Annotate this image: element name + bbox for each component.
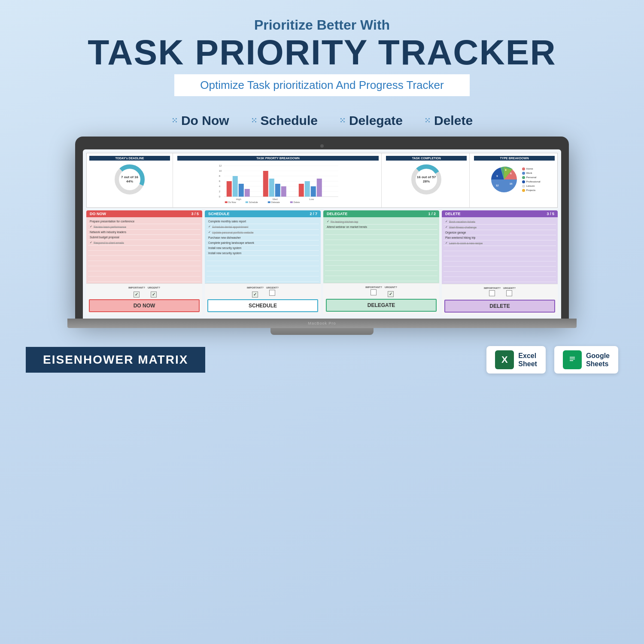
task-item-empty [207, 266, 319, 271]
task-item: Install new security system [207, 246, 319, 251]
delete-button[interactable]: DELETE [444, 300, 555, 313]
svg-text:Low: Low [309, 198, 314, 200]
do-now-button[interactable]: DO NOW [89, 299, 200, 312]
task-item: ✓Respond to client emails [88, 240, 200, 246]
task-item-empty [325, 266, 437, 271]
do-now-important-group: IMPORTANT? ✓ [128, 286, 145, 298]
google-sheets-label: GoogleSheets [586, 352, 610, 368]
task-item-empty [444, 261, 556, 267]
google-sheets-badge: GoogleSheets [554, 346, 618, 374]
header-title: TASK PRIORITY TRACKER [26, 35, 618, 70]
svg-text:2: 2 [219, 190, 221, 193]
delegate-button[interactable]: DELEGATE [326, 299, 437, 312]
svg-rect-37 [268, 201, 270, 203]
task-item-empty [444, 267, 556, 272]
task-item: ✓Schedule dental appointment [207, 224, 319, 230]
svg-text:Schedule: Schedule [249, 201, 258, 203]
delete-footer: IMPORTANT? URGENT? DELETE [442, 284, 558, 315]
delete-urgent-checkbox[interactable] [506, 290, 512, 296]
svg-rect-27 [305, 181, 310, 197]
svg-text:7 out of 16: 7 out of 16 [121, 175, 139, 179]
svg-rect-33 [225, 201, 228, 203]
svg-rect-26 [299, 184, 304, 197]
task-item: Install new security system [207, 251, 319, 256]
schedule-button[interactable]: SCHEDULE [207, 299, 318, 312]
svg-text:Do Now: Do Now [228, 201, 236, 203]
svg-text:12: 12 [219, 164, 222, 167]
sheets-svg [566, 354, 578, 366]
delete-urgent-group: URGENT? [503, 287, 516, 298]
do-now-urgent-checkbox[interactable]: ✓ [151, 292, 157, 298]
task-item-empty [325, 250, 437, 255]
completion-panel: TASK COMPLETION 16 out of 57 28% [383, 153, 470, 207]
legend-professional: Professional [522, 180, 541, 183]
do-now-important-checkbox[interactable]: ✓ [134, 292, 140, 298]
do-now-task-list: Prepare presentation for conference ✓Rev… [86, 217, 202, 283]
delegate-important-checkbox[interactable] [371, 289, 377, 295]
svg-rect-50 [568, 355, 577, 365]
legend-home: Home [522, 167, 541, 170]
svg-rect-20 [239, 184, 244, 197]
task-item-empty [88, 266, 200, 271]
schedule-urgent-checkbox[interactable] [269, 290, 275, 296]
svg-rect-35 [246, 201, 248, 203]
laptop-stand [270, 328, 374, 335]
task-item-empty [207, 276, 319, 282]
header-tagline: Optimize Task prioritization And Progres… [174, 74, 469, 96]
feature-dot-1: ⁙ [171, 116, 178, 125]
svg-rect-25 [281, 186, 286, 197]
schedule-header: SCHEDULE 2 / 7 [205, 210, 321, 217]
feature-delete: ⁙ Delete [424, 113, 473, 128]
matrix-label: EISENHOWER MATRIX [26, 347, 205, 373]
delete-task-list: ✓Book vacation tickets ✓Start fitness ch… [442, 217, 558, 284]
svg-text:6: 6 [219, 180, 221, 182]
svg-text:12: 12 [495, 184, 498, 187]
laptop-outer: TODAY's DEADLINE 7 out of 16 44% [75, 137, 569, 319]
legend-leisure: Leisure [522, 185, 541, 188]
do-now-footer: IMPORTANT? ✓ URGENT? ✓ DO NOW [86, 283, 202, 315]
svg-rect-53 [570, 360, 573, 361]
task-item-empty [325, 276, 437, 281]
delegate-urgent-group: URGENT? ✓ [385, 286, 397, 297]
delete-important-checkbox[interactable] [489, 290, 495, 296]
feature-do-now: ⁙ Do Now [171, 113, 229, 128]
task-item-empty [325, 271, 437, 276]
legend-projects: Projects [522, 189, 541, 192]
header-subtitle: Prioritize Better With [26, 17, 618, 33]
task-item: ✓Fix leaking kitchen tap [325, 219, 437, 225]
page-footer: EISENHOWER MATRIX X ExcelSheet GoogleShe… [0, 339, 644, 380]
dashboard: TODAY's DEADLINE 7 out of 16 44% [83, 149, 561, 319]
laptop-screen: TODAY's DEADLINE 7 out of 16 44% [83, 149, 561, 319]
type-breakdown-panel: TYPE BREAKDOWN [471, 153, 557, 207]
task-item: Complete painting landscape artwork [207, 240, 319, 246]
svg-text:4: 4 [219, 185, 221, 188]
svg-text:16 out of 57: 16 out of 57 [417, 175, 436, 179]
task-item-empty [88, 256, 200, 261]
pie-legend: Home Work Personal [522, 167, 541, 192]
task-item: Network with industry leaders [88, 230, 200, 235]
schedule-footer: IMPORTANT? ✓ URGENT? SCHEDULE [205, 283, 321, 315]
delegate-urgent-checkbox[interactable]: ✓ [388, 291, 394, 297]
task-item-empty [325, 240, 437, 245]
task-item: ✓Start fitness challenge [444, 225, 556, 230]
laptop-base-bar: MacBook Pro [67, 319, 577, 328]
excel-label: ExcelSheet [518, 352, 537, 368]
task-columns-row: DO NOW 3 / 5 Prepare presentation for co… [86, 210, 558, 315]
svg-rect-22 [263, 171, 268, 197]
task-item-empty [207, 271, 319, 276]
feature-delegate: ⁙ Delegate [339, 113, 403, 128]
delete-header: DELETE 3 / 5 [442, 210, 558, 217]
legend-work: Work [522, 172, 541, 175]
delegate-header: DELEGATE 1 / 2 [323, 210, 439, 217]
delete-checkbox-row: IMPORTANT? URGENT? [444, 287, 555, 298]
laptop-container: TODAY's DEADLINE 7 out of 16 44% [0, 137, 644, 335]
svg-rect-39 [290, 201, 293, 203]
task-item: Organize garage [444, 230, 556, 235]
task-item-empty [88, 276, 200, 282]
task-item-empty [88, 251, 200, 256]
svg-text:Delete: Delete [294, 201, 300, 203]
delegate-column: DELEGATE 1 / 2 ✓Fix leaking kitchen tap … [323, 210, 439, 315]
task-item-empty [207, 261, 319, 266]
task-item-empty [207, 256, 319, 261]
schedule-important-checkbox[interactable]: ✓ [252, 292, 258, 298]
